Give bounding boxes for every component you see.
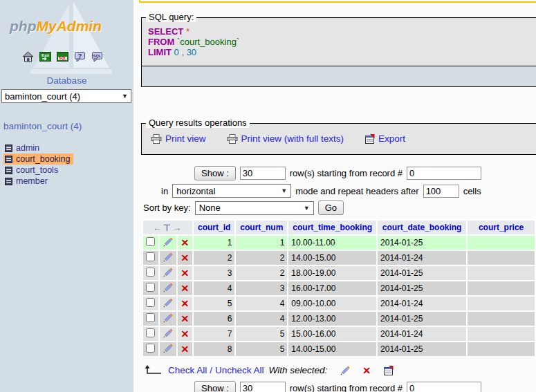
show-button[interactable]: Show :	[194, 166, 236, 180]
database-heading-link[interactable]: baminton_court (4)	[3, 121, 82, 131]
sidebar-item-court-tools[interactable]: court_tools	[3, 165, 61, 176]
sidebar-item-label: admin	[16, 143, 39, 153]
sort-column-link[interactable]: court_id	[198, 223, 230, 232]
sort-column-link[interactable]: court_date_booking	[382, 223, 462, 232]
edit-pencil-icon[interactable]	[163, 236, 173, 247]
row-checkbox[interactable]	[146, 344, 155, 353]
cell-court-num: 1	[236, 236, 287, 250]
delete-x-icon[interactable]: ✕	[181, 344, 189, 355]
sql-window-icon[interactable]: SQL	[57, 51, 68, 65]
cell-court-date-booking: 2014-01-25	[378, 342, 466, 356]
row-checkbox[interactable]	[146, 237, 155, 246]
main-content: SQL query: SELECT * FROM `court_booking`…	[133, 0, 536, 392]
sidebar-item-label: court_booking	[16, 154, 71, 164]
sort-column-link[interactable]: court_num	[240, 223, 283, 232]
export-icon[interactable]	[383, 366, 394, 375]
chevron-down-icon: ▼	[122, 93, 128, 100]
cell-court-time-booking: 10.00-11.00	[288, 236, 376, 250]
delete-x-icon[interactable]: ✕	[181, 268, 189, 279]
sql-query-legend: SQL query:	[146, 12, 196, 22]
cell-court-id: 5	[194, 297, 234, 310]
row-checkbox[interactable]	[146, 268, 155, 277]
go-button[interactable]: Go	[318, 200, 344, 215]
cell-court-date-booking: 2014-01-24	[378, 327, 466, 341]
svg-text:?: ?	[78, 53, 82, 59]
delete-x-icon[interactable]: ✕	[181, 283, 189, 294]
cell-court-num: 3	[236, 281, 287, 295]
edit-pencil-icon[interactable]	[163, 312, 173, 323]
database-select[interactable]: baminton_court (4) ▼	[1, 89, 131, 103]
cell-court-time-booking: 09.00-10.00	[288, 297, 376, 310]
edit-pencil-icon[interactable]	[163, 267, 173, 277]
sort-column-link[interactable]: court_time_booking	[293, 223, 372, 232]
row-delete-cell: ✕	[178, 297, 192, 310]
print-view-link[interactable]: Print view	[151, 133, 206, 144]
row-select-cell	[143, 281, 158, 295]
row-direction-header: ←⊤→	[143, 221, 192, 234]
delete-x-icon[interactable]: ✕	[181, 298, 189, 309]
delete-x-icon[interactable]: ✕	[362, 366, 371, 375]
uncheck-all-link[interactable]: Uncheck All	[215, 365, 264, 375]
query-results-operations-box: Query results operations Print view Prin…	[141, 123, 536, 155]
row-delete-cell: ✕	[178, 281, 192, 295]
sort-column-link[interactable]: court_price	[479, 223, 524, 232]
row-edit-cell	[160, 312, 176, 326]
cell-court-price	[468, 297, 535, 310]
cell-court-num: 4	[236, 312, 287, 326]
row-checkbox[interactable]	[146, 283, 155, 292]
table-icon	[5, 167, 12, 174]
sql-query-footer-bar	[141, 66, 536, 87]
exit-icon[interactable]: Exit	[39, 51, 51, 65]
sort-key-select-value: None	[199, 203, 221, 213]
row-checkbox[interactable]	[146, 313, 155, 322]
num-rows-input[interactable]	[240, 167, 286, 180]
sidebar-item-admin[interactable]: admin	[3, 142, 42, 153]
start-record-input[interactable]	[407, 167, 481, 180]
show-button[interactable]: Show :	[194, 381, 236, 392]
start-record-input[interactable]	[407, 382, 481, 392]
cell-court-time-booking: 15.00-16.00	[288, 327, 376, 341]
check-all-link[interactable]: Check All	[168, 365, 207, 375]
results-header-row: ←⊤→ court_id court_num court_time_bookin…	[143, 221, 535, 234]
delete-x-icon[interactable]: ✕	[181, 252, 189, 263]
sort-by-key-label: Sort by key:	[143, 203, 191, 213]
sidebar-item-label: member	[16, 176, 48, 186]
row-checkbox[interactable]	[146, 252, 155, 261]
cell-court-price	[468, 251, 535, 265]
edit-pencil-icon[interactable]	[163, 282, 173, 292]
check-uncheck-separator: /	[210, 365, 212, 375]
num-rows-input[interactable]	[240, 382, 286, 392]
cell-court-num: 4	[236, 297, 287, 310]
export-icon	[364, 134, 375, 144]
column-header-court-price: court_price	[468, 221, 535, 234]
row-checkbox[interactable]	[146, 328, 155, 337]
cell-court-id: 3	[194, 266, 234, 280]
repeat-headers-input[interactable]	[423, 185, 459, 198]
table-icon	[5, 178, 12, 185]
with-selected-bar: Check All / Uncheck All With selected: ✕	[144, 364, 394, 376]
print-view-full-texts-link[interactable]: Print view (with full texts)	[227, 133, 344, 144]
row-checkbox[interactable]	[146, 298, 155, 307]
delete-x-icon[interactable]: ✕	[181, 313, 189, 324]
edit-pencil-icon[interactable]	[163, 343, 173, 353]
edit-pencil-icon[interactable]	[163, 297, 173, 308]
column-header-court-num: court_num	[236, 221, 287, 234]
cell-court-price	[468, 312, 535, 326]
sidebar-item-member[interactable]: member	[3, 176, 50, 187]
sidebar-item-court-booking[interactable]: court_booking	[3, 153, 73, 165]
query-bubble-icon[interactable]: SQL	[91, 51, 103, 65]
export-link[interactable]: Export	[364, 133, 405, 144]
database-select-value: baminton_court (4)	[5, 91, 80, 102]
help-bubble-icon[interactable]: ?	[74, 51, 86, 65]
svg-text:Exit: Exit	[41, 53, 49, 57]
edit-pencil-icon[interactable]	[163, 328, 173, 338]
cell-court-num: 5	[236, 342, 287, 356]
delete-x-icon[interactable]: ✕	[181, 237, 189, 248]
home-icon[interactable]	[22, 51, 34, 65]
delete-x-icon[interactable]: ✕	[181, 328, 189, 339]
edit-pencil-icon[interactable]	[340, 365, 350, 375]
cell-court-time-booking: 14.00-15.00	[288, 251, 376, 265]
sort-key-select[interactable]: None ▼	[195, 201, 314, 215]
mode-select[interactable]: horizontal ▼	[172, 184, 291, 198]
edit-pencil-icon[interactable]	[163, 252, 173, 262]
